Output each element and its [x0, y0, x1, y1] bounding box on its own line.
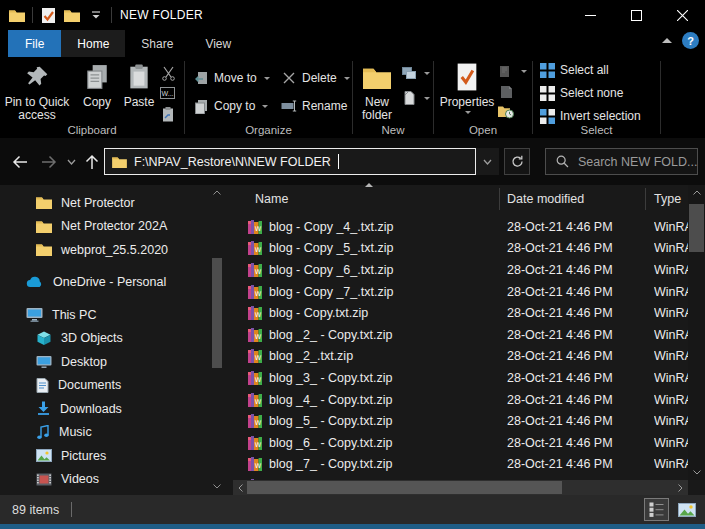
tab-home[interactable]: Home — [61, 30, 125, 57]
copy-button[interactable]: Copy — [76, 61, 118, 109]
new-item-button[interactable] — [401, 90, 430, 106]
file-row[interactable]: W blog - Copy _7_.txt.zip 28-Oct-21 4:46… — [233, 281, 688, 303]
history-button[interactable] — [498, 104, 514, 120]
file-row[interactable]: W blog - Copy _5_.txt.zip 28-Oct-21 4:46… — [233, 238, 688, 260]
move-to-button[interactable]: Move to — [193, 70, 270, 86]
open-button[interactable] — [498, 63, 527, 79]
explorer-folder-icon[interactable] — [8, 6, 26, 24]
cut-button[interactable] — [160, 65, 176, 81]
file-row[interactable]: W blog _2_.txt.zip 28-Oct-21 4:46 PM Win… — [233, 346, 688, 368]
help-icon[interactable]: ? — [682, 32, 699, 49]
edit-button[interactable] — [498, 84, 514, 100]
maximize-button[interactable] — [613, 0, 659, 30]
ribbon-group-select: Select all Select none Invert selection … — [533, 57, 660, 138]
pictures-icon — [36, 449, 52, 462]
copy-icon — [85, 61, 109, 93]
file-row[interactable]: W blog _4_ - Copy.txt.zip 28-Oct-21 4:46… — [233, 389, 688, 411]
recent-locations-dropdown-icon[interactable] — [64, 152, 78, 172]
sidebar-item-documents[interactable]: Documents — [0, 374, 226, 398]
back-icon[interactable] — [10, 152, 30, 172]
refresh-icon[interactable] — [504, 148, 530, 175]
paste-button[interactable]: Paste — [118, 61, 160, 109]
sidebar-scroll-up-icon[interactable] — [210, 185, 224, 199]
easy-access-dropdown-icon — [424, 72, 430, 75]
invert-selection-button[interactable]: Invert selection — [539, 108, 641, 124]
file-row[interactable]: W blog - Copy.txt.zip 28-Oct-21 4:46 PM … — [233, 302, 688, 324]
scroll-up-icon[interactable] — [688, 185, 705, 200]
sidebar-item-desktop[interactable]: Desktop — [0, 350, 226, 374]
rename-button[interactable]: Rename — [281, 98, 347, 114]
file-date-modified: 28-Oct-21 4:46 PM — [507, 436, 642, 450]
address-dropdown-icon[interactable] — [476, 148, 499, 175]
minimize-button[interactable] — [567, 0, 613, 30]
svg-text:W: W — [255, 375, 262, 383]
sidebar-scrollbar[interactable] — [210, 185, 224, 493]
sidebar-item-net-protector-202a[interactable]: Net Protector 202A — [0, 215, 226, 239]
winrar-zip-icon: W — [248, 457, 262, 471]
sidebar-scroll-down-icon[interactable] — [210, 479, 224, 493]
select-all-icon — [539, 62, 555, 78]
copy-to-button[interactable]: Copy to — [193, 98, 268, 114]
file-row[interactable]: W blog _5_ - Copy.txt.zip 28-Oct-21 4:46… — [233, 410, 688, 432]
select-none-button[interactable]: Select none — [539, 85, 623, 101]
scroll-right-icon[interactable] — [673, 480, 688, 495]
ribbon: Pin to Quick access Copy Paste W. — [0, 57, 705, 138]
file-row[interactable]: W blog - Copy _4_.txt.zip 28-Oct-21 4:46… — [233, 216, 688, 238]
column-header-date-modified[interactable]: Date modified — [507, 192, 584, 206]
copy-path-button[interactable]: W... — [160, 87, 175, 99]
file-row[interactable]: W blog _6_ - Copy.txt.zip 28-Oct-21 4:46… — [233, 432, 688, 454]
qat-customize-dropdown-icon[interactable] — [87, 6, 105, 24]
tab-view[interactable]: View — [189, 30, 247, 57]
easy-access-button[interactable] — [401, 65, 430, 81]
file-date-modified: 28-Oct-21 4:46 PM — [507, 371, 642, 385]
search-box[interactable]: Search NEW FOLD... — [545, 148, 698, 175]
sidebar-item-videos[interactable]: Videos — [0, 468, 226, 492]
qat-new-folder-icon[interactable] — [63, 6, 81, 24]
sidebar-item-webprot[interactable]: webprot_25.5.2020 — [0, 238, 226, 262]
documents-icon — [36, 378, 49, 393]
horizontal-scrollbar[interactable] — [233, 480, 688, 495]
close-button[interactable] — [659, 0, 705, 30]
qat-properties-icon[interactable] — [39, 6, 57, 24]
file-name: blog - Copy _6_.txt.zip — [269, 263, 494, 277]
copy-to-label: Copy to — [214, 99, 255, 113]
new-folder-button[interactable]: New folder — [355, 61, 399, 122]
edit-icon — [498, 84, 514, 100]
sidebar-item-net-protector[interactable]: Net Protector — [0, 191, 226, 215]
scroll-down-icon[interactable] — [688, 465, 705, 480]
properties-button[interactable]: Properties — [438, 61, 496, 114]
select-all-button[interactable]: Select all — [539, 62, 609, 78]
column-header-name[interactable]: Name — [255, 192, 288, 206]
vertical-scrollbar[interactable] — [688, 185, 705, 480]
forward-icon[interactable] — [39, 152, 59, 172]
sidebar-item-3d-objects[interactable]: 3D Objects — [0, 327, 226, 351]
file-row[interactable]: W blog _7_ - Copy.txt.zip 28-Oct-21 4:46… — [233, 454, 688, 476]
file-row[interactable]: W blog _3_ - Copy.txt.zip 28-Oct-21 4:46… — [233, 367, 688, 389]
up-icon[interactable] — [82, 152, 102, 172]
paste-shortcut-button[interactable] — [160, 106, 176, 122]
sidebar-item-this-pc[interactable]: This PC — [0, 303, 226, 327]
horizontal-scroll-thumb[interactable] — [247, 481, 562, 494]
sidebar-scroll-thumb[interactable] — [212, 258, 222, 368]
tab-file[interactable]: File — [8, 30, 61, 57]
history-icon — [498, 104, 514, 120]
sidebar-item-music[interactable]: Music — [0, 421, 226, 445]
details-view-button[interactable] — [644, 498, 669, 521]
sidebar-item-onedrive[interactable]: OneDrive - Personal — [0, 271, 226, 295]
address-bar[interactable]: F:\NPAV_Restore\N\NEW FOLDER — [104, 148, 476, 175]
window-title: NEW FOLDER — [120, 8, 203, 22]
collapse-ribbon-icon[interactable] — [662, 38, 672, 43]
file-date-modified: 28-Oct-21 4:46 PM — [507, 349, 642, 363]
file-row[interactable]: W blog - Copy _6_.txt.zip 28-Oct-21 4:46… — [233, 259, 688, 281]
column-header-type[interactable]: Type — [654, 192, 681, 206]
file-row[interactable]: W blog _2_ - Copy.txt.zip 28-Oct-21 4:46… — [233, 324, 688, 346]
thumbnails-view-button[interactable] — [674, 498, 699, 521]
sidebar-item-pictures[interactable]: Pictures — [0, 444, 226, 468]
pin-to-quick-access-button[interactable]: Pin to Quick access — [4, 61, 70, 122]
scroll-left-icon[interactable] — [233, 480, 248, 495]
vertical-scroll-thumb[interactable] — [689, 204, 704, 252]
sidebar-item-downloads[interactable]: Downloads — [0, 397, 226, 421]
delete-button[interactable]: Delete — [281, 70, 350, 86]
tab-share[interactable]: Share — [125, 30, 189, 57]
file-date-modified: 28-Oct-21 4:46 PM — [507, 241, 642, 255]
